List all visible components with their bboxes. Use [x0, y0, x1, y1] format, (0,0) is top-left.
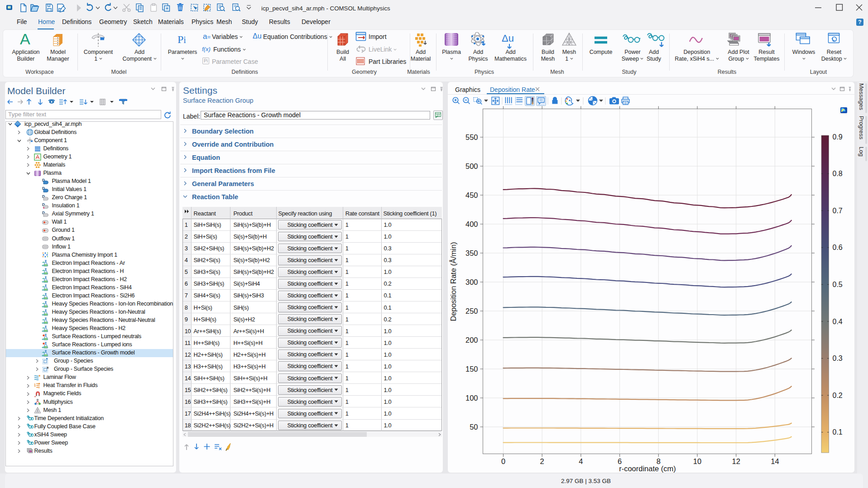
- svg-text:2: 2: [540, 457, 544, 465]
- svg-text:4: 4: [579, 457, 583, 465]
- svg-text:450: 450: [465, 191, 478, 199]
- svg-text:0: 0: [501, 457, 505, 465]
- svg-text:10: 10: [693, 457, 701, 465]
- svg-text:0.2: 0.2: [833, 392, 843, 399]
- svg-text:500: 500: [465, 162, 478, 170]
- svg-text:0.5: 0.5: [833, 281, 843, 288]
- svg-text:350: 350: [465, 249, 478, 257]
- svg-text:250: 250: [465, 307, 478, 315]
- svg-text:0.1: 0.1: [833, 428, 843, 436]
- svg-text:r-coordinate (cm): r-coordinate (cm): [619, 464, 676, 473]
- svg-text:0.9: 0.9: [833, 133, 843, 141]
- svg-text:550: 550: [465, 133, 478, 141]
- svg-text:0.6: 0.6: [833, 244, 843, 251]
- svg-text:150: 150: [465, 365, 478, 373]
- svg-text:400: 400: [465, 220, 478, 228]
- svg-text:50: 50: [470, 423, 478, 431]
- svg-text:0.8: 0.8: [833, 170, 843, 177]
- svg-text:0.7: 0.7: [833, 207, 843, 215]
- svg-text:Deposition Rate (Å/min): Deposition Rate (Å/min): [449, 242, 457, 321]
- svg-text:0.3: 0.3: [833, 354, 843, 362]
- svg-text:0.4: 0.4: [833, 318, 843, 325]
- svg-text:12: 12: [732, 457, 740, 465]
- svg-text:100: 100: [465, 394, 478, 402]
- svg-text:300: 300: [465, 278, 478, 286]
- svg-text:14: 14: [771, 457, 779, 465]
- svg-text:200: 200: [465, 336, 478, 344]
